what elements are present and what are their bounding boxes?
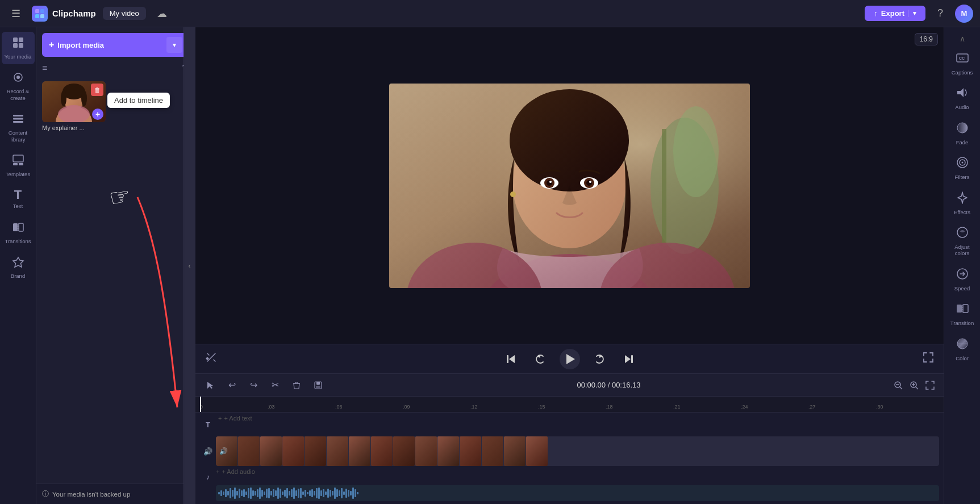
rewind-button[interactable] xyxy=(530,349,551,369)
svg-point-44 xyxy=(589,181,591,183)
video-track[interactable]: 🔊 xyxy=(216,436,939,466)
video-preview xyxy=(389,84,750,288)
right-tool-effects[interactable]: Effects xyxy=(946,186,979,220)
video-title[interactable]: My video xyxy=(103,7,146,20)
audio-bar xyxy=(243,489,245,497)
media-thumbnail: 🗑 + xyxy=(42,81,106,122)
right-tool-speed[interactable]: Speed xyxy=(946,263,979,296)
right-tool-adjust-colors[interactable]: Adjustcolors xyxy=(946,221,979,261)
audio-bar xyxy=(314,491,315,495)
help-button[interactable]: ? xyxy=(931,5,949,23)
ruler-mark-7: :21 xyxy=(673,404,741,410)
right-tool-color[interactable]: Color xyxy=(946,332,979,366)
filter-icon[interactable]: ≡ xyxy=(42,63,47,73)
audio-bar xyxy=(332,491,333,495)
save-frame-button[interactable] xyxy=(310,377,326,393)
delete-button[interactable] xyxy=(289,377,305,393)
filters-icon xyxy=(956,156,969,172)
import-plus-icon: + xyxy=(49,40,54,50)
export-button[interactable]: ↑ Export ▾ xyxy=(865,6,925,21)
add-to-timeline-tooltip: Add to timeline xyxy=(107,93,170,108)
timeline-toolbar: ↩ ↪ ✂ 0 xyxy=(195,374,944,397)
video-frame xyxy=(371,436,393,466)
right-tool-filters[interactable]: Filters xyxy=(946,151,979,185)
audio-bar xyxy=(300,488,302,498)
cut-button[interactable]: ✂ xyxy=(267,377,283,393)
audio-waveform-track[interactable] xyxy=(216,485,939,501)
zoom-out-button[interactable] xyxy=(891,378,905,392)
audio-bar xyxy=(352,488,354,499)
sidebar-item-label: Contentlibrary xyxy=(9,130,27,143)
cloud-icon[interactable]: ☁ xyxy=(153,5,171,23)
transitions-icon xyxy=(12,221,24,236)
select-tool-button[interactable] xyxy=(202,377,218,393)
play-button[interactable] xyxy=(560,349,580,369)
avatar[interactable]: M xyxy=(955,5,973,23)
sidebar-item-transitions[interactable]: Transitions xyxy=(2,216,35,249)
sidebar-item-text[interactable]: T Text xyxy=(2,184,35,214)
ruler-mark-10: :30 xyxy=(876,404,944,410)
center-area: 16:9 xyxy=(195,27,944,504)
add-text-track-button[interactable]: + + Add text xyxy=(216,415,939,422)
timeline-zoom-group xyxy=(891,378,937,392)
video-frame xyxy=(349,436,370,466)
topbar: ☰ Clipchamp My video ☁ ↑ Export ▾ ? M xyxy=(0,0,980,27)
topbar-right: ↑ Export ▾ ? M xyxy=(865,5,973,23)
media-delete-button[interactable]: 🗑 xyxy=(91,84,103,96)
collapse-panel-button[interactable]: ‹ xyxy=(184,27,195,504)
svg-rect-5 xyxy=(19,38,23,42)
video-frame xyxy=(504,436,526,466)
skip-to-end-button[interactable] xyxy=(619,349,639,369)
audio-bar xyxy=(218,492,220,494)
right-tool-captions[interactable]: CC Captions xyxy=(946,47,979,80)
svg-point-73 xyxy=(961,162,963,164)
fullscreen-button[interactable] xyxy=(922,351,935,366)
import-media-button[interactable]: + Import media ▾ xyxy=(42,33,189,57)
audio-bar xyxy=(330,490,331,497)
sidebar-item-record[interactable]: Record &create xyxy=(2,66,35,106)
playhead[interactable] xyxy=(200,397,201,412)
audio-bar xyxy=(343,491,345,495)
undo-button[interactable]: ↩ xyxy=(224,377,240,393)
zoom-fit-button[interactable] xyxy=(923,378,937,392)
audio-bar xyxy=(268,488,270,498)
media-item[interactable]: 🗑 + My explainer ... Add to timeline xyxy=(42,81,106,480)
sidebar-item-label: Templates xyxy=(6,171,30,177)
ruler-mark-6: :18 xyxy=(606,404,673,410)
hamburger-button[interactable]: ☰ xyxy=(7,5,25,23)
media-add-button[interactable]: + xyxy=(92,109,103,120)
video-frame xyxy=(526,436,548,466)
audio-bar xyxy=(345,489,347,498)
audio-bar xyxy=(305,490,306,497)
playback-left-controls xyxy=(205,351,218,368)
import-dropdown-arrow[interactable]: ▾ xyxy=(166,37,182,53)
svg-rect-13 xyxy=(13,155,23,162)
audio-waveform-content[interactable] xyxy=(216,485,939,502)
text-track-content: + + Add text xyxy=(216,415,939,434)
right-sidebar-expand[interactable]: ∧ xyxy=(944,32,980,45)
sidebar-item-templates[interactable]: Templates xyxy=(2,149,35,182)
aspect-ratio-badge[interactable]: 16:9 xyxy=(915,33,938,45)
right-tool-fade[interactable]: Fade xyxy=(946,116,979,150)
skip-to-start-button[interactable] xyxy=(501,349,521,369)
add-audio-track-button[interactable]: + + Add audio xyxy=(216,468,939,475)
forward-button[interactable] xyxy=(589,349,610,369)
audio-bar xyxy=(230,488,231,498)
zoom-in-button[interactable] xyxy=(907,378,921,392)
svg-rect-50 xyxy=(507,355,508,363)
sidebar-item-content-library[interactable]: Contentlibrary xyxy=(2,108,35,147)
audio-bar xyxy=(245,491,247,495)
redo-button[interactable]: ↪ xyxy=(245,377,261,393)
sidebar-item-your-media[interactable]: Your media xyxy=(2,32,35,64)
right-tool-audio[interactable]: Audio xyxy=(946,81,979,115)
timeline-content: 0 :03 :06 :09 :12 :15 :18 :21 :24 :27 :3… xyxy=(195,397,944,504)
sidebar-item-label: Record &create xyxy=(7,88,30,101)
audio-track-label: ♪ xyxy=(200,473,216,481)
magic-wand-button[interactable] xyxy=(205,351,218,368)
svg-rect-17 xyxy=(19,223,23,231)
right-tool-transition[interactable]: Transition xyxy=(946,297,979,331)
audio-waveform xyxy=(216,485,939,501)
export-dropdown-arrow[interactable]: ▾ xyxy=(908,10,916,17)
video-track-content[interactable]: 🔊 xyxy=(216,436,939,466)
sidebar-item-brand[interactable]: Brand xyxy=(2,251,35,284)
